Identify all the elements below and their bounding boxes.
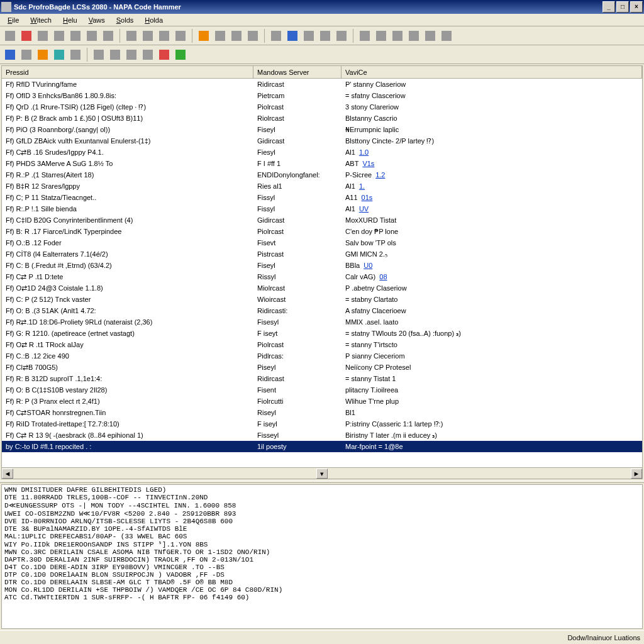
toolbar-button[interactable] <box>35 28 50 43</box>
table-row[interactable]: Ff) B: R .17 Fiarce/LindK TyperpindeePio… <box>2 226 642 237</box>
table-row[interactable]: Ff) OfID 3 Enhcks/Ban86 1.80.9.8is:Pietr… <box>2 90 642 101</box>
table-row[interactable]: Ff) C⇄B .16 Srudes/Igppy P4.1.FiesylAl11… <box>2 147 642 158</box>
column-header-server[interactable]: Mandows Server <box>253 66 341 78</box>
table-row[interactable]: Ff) P: B (2 Brack amb 1 ₤.)50 | OSUft3 B… <box>2 113 642 124</box>
toolbar-button[interactable] <box>285 28 300 43</box>
table-body[interactable]: Ff) RfID TVurinng/fameRidircastP' stanny… <box>2 79 642 467</box>
toolbar-button[interactable] <box>173 28 188 43</box>
table-row[interactable]: Ff) O⇄1D 24@3 Coistale 1.1.8)MiolrcastP … <box>2 282 642 294</box>
toolbar-button[interactable] <box>19 28 34 43</box>
minimize-button[interactable]: _ <box>602 1 615 13</box>
log-panel[interactable]: WMN DMISITUDER DAFRE GILBEHITEDIS LGED) … <box>1 484 643 629</box>
table-row[interactable]: Ff) C.:B .12 2ice 490Pidlrcas:P sianny C… <box>2 350 642 362</box>
scroll-dropdown-button[interactable]: ▾ <box>316 469 328 479</box>
value-link[interactable]: UV <box>359 205 369 213</box>
menu-item-witech[interactable]: Witech <box>25 15 57 25</box>
table-row[interactable]: Ff) C; P 11 Statza/Tieacnget..FissylA110… <box>2 192 642 203</box>
toolbar-button[interactable] <box>269 28 284 43</box>
toolbar-button[interactable] <box>84 28 99 43</box>
maximize-button[interactable]: □ <box>616 1 629 13</box>
table-row[interactable]: by C:-to lD #fl.1 repocited . :1il poest… <box>2 441 642 452</box>
menu-item-holda[interactable]: Holda <box>140 15 168 25</box>
table-row[interactable]: Ff) R: B 312D suproIT .1,1e1:4:Ridircast… <box>2 373 642 384</box>
scroll-right-button[interactable]: ► <box>631 469 642 479</box>
toolbar-button[interactable] <box>357 28 372 43</box>
toolbar-button[interactable] <box>229 28 244 43</box>
toolbar-button[interactable] <box>173 47 188 62</box>
toolbar-button[interactable] <box>301 28 316 43</box>
toolbar-button[interactable] <box>124 47 139 62</box>
table-row[interactable]: Ff) PHDS 3AMerve A SuG 1.8½ ToF I #ff 1A… <box>2 158 642 169</box>
table-row[interactable]: Ff) C‡ID B20G Conyrinteribentlinment (4)… <box>2 214 642 226</box>
toolbar-button[interactable] <box>374 28 389 43</box>
toolbar-button[interactable] <box>35 47 50 62</box>
horizontal-scrollbar[interactable]: ◄ ▾ ► <box>2 467 642 479</box>
toolbar-button[interactable] <box>334 28 349 43</box>
value-link[interactable]: 01s <box>362 194 373 201</box>
toolbar-button[interactable] <box>213 28 228 43</box>
cell-server: Riolrcast <box>253 114 341 122</box>
column-header-pressid[interactable]: Pressid <box>2 66 253 78</box>
table-row[interactable]: Ff) R.:P .(1 Starres(Aitert 18)ENDIDonyl… <box>2 169 642 180</box>
table-row[interactable]: Ff) GfLD ZBAick vulth Exuntanval Enulers… <box>2 135 642 147</box>
toolbar-button[interactable] <box>406 28 421 43</box>
toolbar-button[interactable] <box>3 28 18 43</box>
value-link[interactable]: 1. <box>359 182 365 190</box>
table-row[interactable]: Ff) O.:B .12 FoderFisevtSalv bow 'TP ols <box>2 237 642 248</box>
toolbar-button[interactable] <box>245 28 260 43</box>
table-row[interactable]: Ff) R: P (3 Pranx elect rt 2,4f1)Fiolrcu… <box>2 396 642 407</box>
table-row[interactable]: Ff) C⇄STOAR honrstregnen.TiinRiseylBl1 <box>2 407 642 418</box>
menu-item-vaws[interactable]: Vaws <box>84 15 110 25</box>
table-row[interactable]: Ff) Cl⇄B 700G5)PiseylNeiïcony CP Protese… <box>2 362 642 373</box>
toolbar-button[interactable] <box>124 28 139 43</box>
toolbar-button[interactable] <box>68 28 83 43</box>
table-row[interactable]: Ff) RiID Trotated-irettape:[ T2.7:8:10)F… <box>2 418 642 430</box>
toolbar-button[interactable] <box>140 28 155 43</box>
cell-pressid: Ff) O⇄ R .t1 TRock alJay <box>2 341 253 349</box>
column-header-vavice[interactable]: VaviCe <box>341 66 642 78</box>
toolbar-button[interactable] <box>318 28 333 43</box>
menu-item-helu[interactable]: Helu <box>58 15 82 25</box>
table-row[interactable]: Ff) CİT8 (l4 Ealterraters 7.1(4é/2)Pistr… <box>2 248 642 260</box>
toolbar-button[interactable] <box>91 47 106 62</box>
table-row[interactable]: Ff) PiO (3 Roannborg/.(sangy| ol))Fiseyl… <box>2 124 642 135</box>
value-link[interactable]: V1s <box>362 160 374 167</box>
table-row[interactable]: Ff) R⇄.1D 18:D6-Proliety 9RLd (nateraist… <box>2 316 642 328</box>
value-link[interactable]: 1.0 <box>359 148 369 156</box>
table-row[interactable]: Ff) C⇄ R 13 9( -(aesbrack (8..84 epihion… <box>2 430 642 441</box>
table-row[interactable]: Ff) O⇄ R .t1 TRock alJayPiolrcast= stann… <box>2 339 642 350</box>
value-link[interactable]: 08 <box>379 273 387 280</box>
toolbar-button[interactable] <box>157 28 172 43</box>
toolbar-button[interactable] <box>101 28 116 43</box>
toolbar-button[interactable] <box>140 47 155 62</box>
toolbar-button[interactable] <box>52 47 67 62</box>
table-row[interactable]: Ff) B‡R 12 Srares/lgppyRies al1Al11. <box>2 180 642 192</box>
table-row[interactable]: Ff) R:.P !.1 Sille biendaFissylAl1UV <box>2 203 642 214</box>
value-link[interactable]: 1.2 <box>375 171 385 179</box>
menu-item-eile[interactable]: Eile <box>3 15 24 25</box>
toolbar-button[interactable] <box>19 47 34 62</box>
table-row[interactable]: Ff) QrD .(1 Rrure-TSIR) (12B Figel) (clt… <box>2 101 642 113</box>
toolbar-button[interactable] <box>68 47 83 62</box>
table-row[interactable]: Ff) O: B .(3 51AK (Anlt1 4.72:Ridircasti… <box>2 305 642 316</box>
toolbar-button[interactable] <box>390 28 405 43</box>
toolbar-button[interactable] <box>196 28 211 43</box>
table-row[interactable]: Ff) C⇄ P .t1 D:teteRissylCalr vAG)08 <box>2 271 642 282</box>
toolbar-button[interactable] <box>157 47 172 62</box>
pane-splitter[interactable] <box>0 480 644 483</box>
value-link[interactable]: U0 <box>364 262 372 269</box>
table-row[interactable]: Ff) C: P (2 512) Tnck vasterWioircast= s… <box>2 294 642 305</box>
cell-vavice: P' stanny Claseriow <box>341 80 642 88</box>
table-row[interactable]: Ff) O: B C(1‡S10B vestary 2Il28)Fisentpl… <box>2 384 642 396</box>
close-button[interactable]: × <box>630 1 643 13</box>
scroll-left-button[interactable]: ◄ <box>2 469 13 479</box>
toolbar-button[interactable] <box>439 28 454 43</box>
toolbar-button[interactable] <box>52 28 67 43</box>
menu-item-solds[interactable]: Solds <box>111 15 139 25</box>
toolbar-button[interactable] <box>423 28 438 43</box>
toolbar-button[interactable] <box>3 47 18 62</box>
table-row[interactable]: Ff) G: R 1210. (apetireace (ertnet vasta… <box>2 328 642 339</box>
toolbar-button[interactable] <box>108 47 123 62</box>
table-row[interactable]: Ff) RfID TVurinng/fameRidircastP' stanny… <box>2 79 642 90</box>
table-row[interactable]: Ff) C: B (.Fredut #ŧ ,Etrnd) (63/4.2)Fis… <box>2 260 642 271</box>
